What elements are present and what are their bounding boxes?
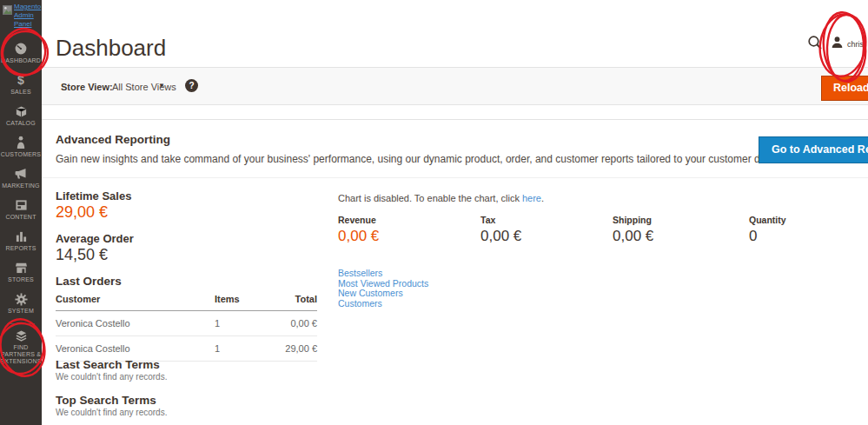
- content-icon: [15, 198, 28, 212]
- sales-icon: $: [17, 73, 24, 87]
- col-header-total: Total: [267, 291, 317, 311]
- tab-customers[interactable]: Customers: [338, 299, 428, 309]
- store-view-label: Store View:: [61, 82, 113, 92]
- page-title: Dashboard: [56, 35, 166, 62]
- quantity-total: Quantity 0: [749, 215, 786, 245]
- last-orders-title: Last Orders: [56, 275, 122, 288]
- col-header-items: Items: [215, 291, 267, 311]
- lifetime-sales-label: Lifetime Sales: [56, 189, 131, 203]
- last-search-terms-title: Last Search Terms: [56, 358, 160, 371]
- top-search-terms-title: Top Search Terms: [56, 394, 156, 407]
- customers-icon: [15, 136, 27, 149]
- search-icon[interactable]: [807, 35, 823, 54]
- last-search-terms-empty: We couldn't find any records.: [56, 372, 167, 382]
- sidebar-item-catalog[interactable]: CATALOG: [0, 100, 42, 131]
- advanced-reporting-description: Gain new insights and take command of yo…: [56, 153, 751, 165]
- broken-image-icon: [3, 3, 12, 29]
- user-account-button[interactable]: christ: [831, 36, 866, 52]
- top-search-terms-empty: We couldn't find any records.: [56, 408, 167, 417]
- system-gear-icon: [15, 292, 28, 306]
- user-icon: [831, 36, 844, 52]
- partners-layers-icon: [15, 329, 28, 342]
- sidebar-item-dashboard[interactable]: DASHBOARD: [0, 37, 42, 69]
- col-header-customer: Customer: [56, 291, 215, 311]
- lifetime-sales-value: 29,00 €: [56, 203, 108, 222]
- dashboard-icon: [14, 42, 28, 56]
- page-header: Dashboard christ: [42, 0, 868, 68]
- go-to-advanced-reporting-button[interactable]: Go to Advanced Reporting: [759, 136, 868, 163]
- enable-chart-link[interactable]: here: [522, 193, 541, 203]
- totals-row: Revenue 0,00 € Tax 0,00 € Shipping 0,00 …: [338, 215, 868, 262]
- section-divider: [42, 119, 868, 120]
- sidebar-menu: DASHBOARD $ SALES CATALOG CUSTOMERS: [0, 37, 42, 366]
- sidebar-item-marketing[interactable]: MARKETING: [0, 163, 42, 194]
- sidebar-divider: [7, 323, 35, 324]
- sidebar-item-system[interactable]: SYSTEM: [0, 288, 42, 319]
- tax-total: Tax 0,00 €: [480, 215, 521, 245]
- sidebar-item-customers[interactable]: CUSTOMERS: [0, 131, 42, 163]
- sidebar-item-reports[interactable]: REPORTS: [0, 225, 42, 256]
- store-view-selector[interactable]: All Store Views: [112, 82, 176, 92]
- stores-icon: [15, 261, 28, 275]
- section-divider: [42, 177, 868, 178]
- store-view-toolbar: Store View: All Store Views ▼ ? Reload D…: [42, 68, 868, 105]
- marketing-icon: [14, 167, 28, 181]
- username: christ: [847, 40, 866, 49]
- shipping-total: Shipping 0,00 €: [613, 215, 653, 245]
- average-order-label: Average Order: [56, 232, 134, 245]
- sidebar: Magento Admin Panel DASHBOARD $ SALES CA…: [0, 0, 42, 425]
- average-order-value: 14,50 €: [56, 246, 108, 264]
- sidebar-item-find-partners[interactable]: FIND PARTNERS & EXTENSIONS: [0, 328, 42, 366]
- report-tab-links: Bestsellers Most Viewed Products New Cus…: [338, 269, 428, 309]
- tab-new-customers[interactable]: New Customers: [338, 289, 428, 299]
- advanced-reporting-title: Advanced Reporting: [56, 133, 170, 146]
- tab-bestsellers[interactable]: Bestsellers: [338, 269, 428, 279]
- logo-alt-text: Magento Admin Panel: [14, 3, 41, 29]
- sidebar-item-content[interactable]: CONTENT: [0, 194, 42, 225]
- chart-disabled-notice: Chart is disabled. To enable the chart, …: [338, 193, 544, 203]
- revenue-total: Revenue 0,00 €: [338, 215, 379, 245]
- reload-data-button[interactable]: Reload Data: [821, 76, 868, 101]
- sidebar-item-sales[interactable]: $ SALES: [0, 69, 42, 100]
- catalog-icon: [15, 104, 28, 118]
- dashboard-content: Advanced Reporting Gain new insights and…: [42, 106, 868, 425]
- chevron-down-icon[interactable]: ▼: [158, 82, 165, 90]
- last-orders-table: Customer Items Total Veronica Costello 1…: [56, 291, 317, 362]
- help-icon[interactable]: ?: [185, 79, 198, 92]
- magento-logo-link[interactable]: Magento Admin Panel: [0, 0, 42, 32]
- reports-icon: [15, 229, 28, 243]
- sidebar-item-stores[interactable]: STORES: [0, 256, 42, 288]
- table-row[interactable]: Veronica Costello 1 0,00 €: [56, 311, 317, 336]
- magento-admin-dashboard: Magento Admin Panel DASHBOARD $ SALES CA…: [0, 0, 868, 425]
